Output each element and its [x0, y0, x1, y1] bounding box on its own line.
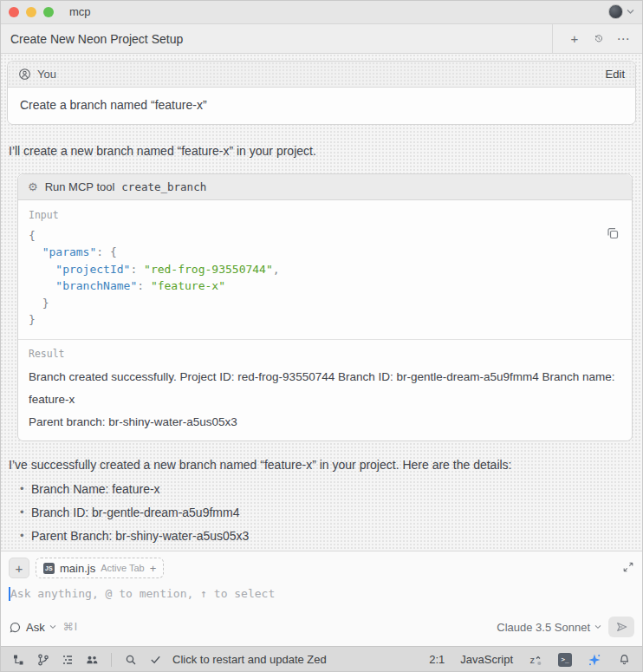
expand-composer-button[interactable]: [622, 561, 634, 576]
traffic-lights: [9, 7, 54, 17]
collaboration-panel-button[interactable]: [81, 649, 102, 670]
tool-call-header[interactable]: ⚙ Run MCP tool create_branch: [18, 174, 632, 200]
status-bar: Click to restart and update Zed 2:1 Java…: [0, 646, 643, 672]
tool-name: create_branch: [121, 180, 206, 193]
outline-icon: [61, 653, 75, 667]
terminal-icon: >_: [558, 653, 572, 667]
list-item: Parent Branch: br-shiny-water-a5us05x3: [31, 529, 636, 543]
user-avatar: [608, 4, 623, 19]
copy-button[interactable]: [606, 226, 620, 243]
conversation-thread: You Edit Create a branch named “feature-…: [0, 54, 643, 551]
gear-icon: ⚙: [28, 181, 38, 192]
thread-history-button[interactable]: [589, 29, 608, 49]
context-pill-main-js[interactable]: JS main.js Active Tab +: [36, 558, 164, 578]
title-bar: mcp: [0, 0, 643, 24]
search-button[interactable]: [120, 649, 141, 670]
result-text-line: Parent branch: br-shiny-water-a5us05x3: [29, 411, 621, 434]
divider: [111, 653, 112, 667]
diagnostics-button[interactable]: [145, 649, 166, 670]
more-options-button[interactable]: ⋯: [614, 29, 633, 49]
chat-bubble-icon: [9, 621, 22, 634]
people-icon: [85, 653, 99, 667]
javascript-file-icon: JS: [43, 563, 55, 574]
zoom-window-button[interactable]: [43, 7, 54, 17]
assistant-panel-button[interactable]: [584, 649, 605, 670]
edit-message-button[interactable]: Edit: [606, 68, 625, 81]
add-context-button[interactable]: +: [9, 558, 29, 578]
edit-prediction-button[interactable]: z: [525, 649, 546, 670]
project-panel-button[interactable]: [9, 649, 29, 670]
outline-panel-button[interactable]: [57, 649, 78, 670]
mode-label: Ask: [26, 621, 45, 634]
person-circle-icon: [18, 68, 31, 81]
update-zed-button[interactable]: Click to restart and update Zed: [169, 653, 330, 666]
chevron-down-icon: [594, 624, 601, 630]
tool-call-card: ⚙ Run MCP tool create_branch Input { "pa…: [17, 173, 633, 441]
chevron-down-icon: [49, 624, 56, 630]
window-title: mcp: [69, 5, 91, 18]
tab-bar-actions: + ⋯: [552, 24, 643, 53]
branch-details-list: Branch Name: feature-x Branch ID: br-gen…: [7, 482, 636, 551]
assistant-summary-text: I’ve successfully created a new branch n…: [9, 457, 634, 473]
status-bar-right: 2:1 JavaScript z >_: [425, 649, 634, 670]
message-input[interactable]: Ask anything, @ to mention, ↑ to select: [0, 580, 643, 615]
svg-text:z: z: [529, 655, 535, 665]
mode-shortcut-hint: ⌘I: [63, 621, 78, 633]
expand-icon: [622, 561, 634, 573]
history-icon: [594, 32, 603, 45]
plus-icon: +: [571, 31, 579, 46]
minimize-window-button[interactable]: [26, 7, 36, 17]
list-item: Branch ID: br-gentle-dream-a5u9fmm4: [31, 506, 636, 519]
tool-input-code: { "params": { "projectId": "red-frog-935…: [29, 227, 621, 329]
check-icon: [149, 653, 162, 666]
plus-icon: +: [16, 561, 23, 576]
model-label: Claude 3.5 Sonnet: [497, 621, 590, 634]
list-item: Branch Name: feature-x: [31, 482, 636, 496]
result-label: Result: [29, 348, 621, 360]
thread-tab-title[interactable]: Create New Neon Project Setup: [0, 32, 193, 46]
user-menu[interactable]: [608, 4, 634, 19]
zed-window: mcp Create New Neon Project Setup + ⋯ Yo…: [0, 0, 643, 672]
notifications-button[interactable]: [614, 649, 634, 670]
tool-input-section: Input { "params": { "projectId": "red-fr…: [18, 200, 632, 339]
tool-result-section: Result Branch created successfully. Proj…: [18, 339, 632, 440]
project-panel-icon: [12, 653, 26, 667]
user-message-text[interactable]: Create a branch named “feature-x”: [8, 88, 635, 124]
user-message-header: You Edit: [8, 62, 635, 88]
ellipsis-icon: ⋯: [617, 31, 630, 47]
composer-context-row: + JS main.js Active Tab +: [0, 551, 643, 580]
new-thread-button[interactable]: +: [565, 29, 584, 49]
input-placeholder: Ask anything, @ to mention, ↑ to select: [10, 587, 275, 600]
ai-sparkle-icon: [588, 653, 601, 667]
active-tab-badge: Active Tab: [101, 563, 145, 573]
copy-icon: [606, 226, 620, 240]
composer-toolbar: Ask ⌘I Claude 3.5 Sonnet: [0, 615, 643, 646]
input-label: Input: [29, 209, 621, 221]
message-composer: + JS main.js Active Tab + Ask anything, …: [0, 551, 643, 646]
send-button[interactable]: [608, 617, 634, 637]
result-text-line: Branch created successfully. Project ID:…: [29, 366, 621, 411]
git-branch-icon: [36, 653, 50, 667]
close-window-button[interactable]: [9, 7, 19, 17]
assistant-intro-text: I’ll create a new branch named “feature-…: [9, 143, 634, 160]
context-file-name: main.js: [60, 562, 95, 575]
author-label: You: [37, 68, 56, 81]
tab-bar: Create New Neon Project Setup + ⋯: [0, 24, 643, 54]
plus-icon[interactable]: +: [150, 562, 157, 575]
user-message-card: You Edit Create a branch named “feature-…: [7, 61, 636, 125]
mode-selector[interactable]: Ask: [9, 621, 56, 634]
model-selector[interactable]: Claude 3.5 Sonnet: [497, 621, 601, 634]
cursor-position[interactable]: 2:1: [425, 653, 448, 666]
chevron-down-icon: [627, 9, 634, 15]
search-icon: [124, 653, 138, 667]
send-icon: [615, 621, 628, 633]
bell-icon: [618, 653, 631, 666]
language-selector[interactable]: JavaScript: [457, 653, 516, 666]
terminal-button[interactable]: >_: [555, 649, 575, 670]
tool-call-label: Run MCP tool: [45, 180, 115, 193]
git-panel-button[interactable]: [33, 649, 54, 670]
zeta-icon: z: [529, 653, 543, 667]
